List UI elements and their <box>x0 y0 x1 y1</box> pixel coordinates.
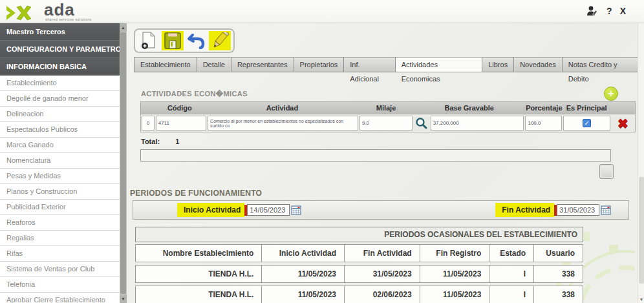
col-fin-registro: Fin Registro <box>420 245 489 262</box>
tab-actividades-economicas[interactable]: Actividades Economicas <box>396 57 482 72</box>
main-scrollbar[interactable]: ▼ <box>638 23 644 303</box>
undo-button[interactable] <box>186 31 208 50</box>
sidebar-item-delineacion[interactable]: Delineacion <box>0 107 127 122</box>
sidebar-item-degolle[interactable]: Degollé de ganado menor <box>0 91 127 107</box>
tab-notas-credito[interactable]: Notas Credito y Debito <box>563 57 644 72</box>
cell-usuario: 338 <box>533 266 583 282</box>
sidebar-item-reaforos[interactable]: Reaforos <box>0 215 127 231</box>
logo-tagline: shared services solutions <box>45 17 92 21</box>
fin-actividad-input[interactable] <box>557 204 599 216</box>
collapse-square-button[interactable] <box>599 164 614 179</box>
actividades-section-title: ACTIVIDADES ECON�MICAS <box>141 90 248 98</box>
col-actions <box>610 102 635 114</box>
main-content: Establecimiento Detalle Representantes P… <box>127 23 644 303</box>
calendar-icon[interactable] <box>291 205 301 215</box>
sidebar-item-espectaculos[interactable]: Espectaculos Publicos <box>0 122 127 138</box>
ocasionales-title: PERIODOS OCASIONALES DEL ESTABLECIMIENTO <box>135 227 583 242</box>
col-estado: Estado <box>489 245 533 262</box>
sidebar-item-rifas[interactable]: Rifas <box>0 246 127 262</box>
user-edit-icon[interactable] <box>586 5 599 17</box>
add-actividad-button[interactable]: + <box>604 87 618 101</box>
sidebar-item-ventas-club[interactable]: Sistema de Ventas por Club <box>0 262 127 277</box>
help-button[interactable]: ? <box>606 6 612 16</box>
tab-strip: Establecimiento Detalle Representantes P… <box>134 57 644 72</box>
sidebar: Maestro Terceros CONFIGURACION Y PARAMET… <box>0 23 127 303</box>
codigo-value: 4711 <box>156 116 206 131</box>
new-record-button[interactable] <box>138 31 160 50</box>
edit-pencil-icon <box>211 32 229 49</box>
cell-nombre: TIENDA H.L. <box>136 286 261 303</box>
tab-establecimiento[interactable]: Establecimiento <box>134 57 197 72</box>
sidebar-item-establecimiento[interactable]: Establecimiento <box>0 76 127 91</box>
cell-fin: 02/06/2023 <box>344 286 420 303</box>
col-nombre-establecimiento: Nombre Establecimiento <box>136 245 261 262</box>
periodos-bar: Inicio Actividad Fin Actividad <box>133 200 629 220</box>
cell-usuario: 338 <box>533 286 583 303</box>
table-row[interactable]: TIENDA H.L. 11/05/2023 31/05/2023 11/05/… <box>135 265 583 283</box>
col-base-gravable: Base Gravable <box>413 102 526 114</box>
inicio-actividad-input[interactable] <box>247 204 290 216</box>
sidebar-item-regalias[interactable]: Regalias <box>0 231 127 246</box>
tab-inf-adicional[interactable]: Inf. Adicional <box>344 57 395 72</box>
table-row[interactable]: TIENDA H.L. 11/05/2023 02/06/2023 11/05/… <box>135 286 583 303</box>
tab-novedades[interactable]: Novedades <box>514 57 563 72</box>
top-header: ada shared services solutions ? X <box>0 0 644 23</box>
base-gravable-value: 37,200,000 <box>431 116 524 131</box>
ocasionales-header-row: Nombre Establecimiento Inicio Actividad … <box>135 244 583 262</box>
ada-logo: ada shared services solutions <box>6 2 92 21</box>
cell-estado: I <box>489 266 533 282</box>
actividades-table-header: Código Actividad Milaje Base Gravable Po… <box>140 101 636 114</box>
cell-registro: 11/05/2023 <box>420 266 489 282</box>
tab-libros[interactable]: Libros <box>482 57 514 72</box>
sidebar-item-marca-ganado[interactable]: Marca Ganado <box>0 138 127 153</box>
tab-propietarios[interactable]: Propietarios <box>294 57 345 72</box>
calendar-icon[interactable] <box>601 205 611 215</box>
search-icon[interactable] <box>415 117 428 130</box>
col-codigo: Código <box>154 102 206 114</box>
sidebar-item-planos[interactable]: Planos y Construccion <box>0 184 127 200</box>
col-porcentaje: Porcentaje <box>525 102 563 114</box>
scroll-up-icon[interactable]: ▲ <box>120 23 127 32</box>
sidebar-section-configuracion[interactable]: CONFIGURACION Y PARAMETROS <box>0 41 127 58</box>
save-button[interactable] <box>162 31 184 50</box>
close-button[interactable]: X <box>620 6 626 16</box>
scroll-down-icon[interactable]: ▼ <box>120 295 127 303</box>
sidebar-section-maestro-terceros[interactable]: Maestro Terceros <box>0 23 127 41</box>
scroll-down-icon[interactable]: ▼ <box>638 297 644 302</box>
cell-inicio: 11/05/2023 <box>261 266 344 282</box>
col-fin-actividad: Fin Actividad <box>344 245 420 262</box>
cell-registro: 11/05/2023 <box>420 286 489 303</box>
es-principal-checkbox[interactable]: ✓ <box>583 119 591 127</box>
undo-icon <box>187 32 205 49</box>
sidebar-item-publicidad[interactable]: Publicidad Exterior <box>0 200 127 215</box>
sidebar-item-pesas-medidas[interactable]: Pesas y Medidas <box>0 169 127 184</box>
col-milaje: Milaje <box>359 102 413 114</box>
sidebar-section-informacion-basica[interactable]: INFORMACION BASICA <box>0 58 127 76</box>
sidebar-item-aprobar-cierre[interactable]: Aprobar Cierre Establecimiento <box>0 293 127 303</box>
cell-inicio: 11/05/2023 <box>261 286 344 303</box>
col-es-principal: Es Principal <box>563 102 610 114</box>
logo-text: ada <box>44 2 92 17</box>
empty-panel <box>140 149 611 162</box>
new-record-icon <box>140 32 157 50</box>
app-window: ada shared services solutions ? X Maestr… <box>0 0 644 303</box>
sidebar-scrollbar-thumb[interactable] <box>120 32 126 294</box>
cell-nombre: TIENDA H.L. <box>136 266 261 282</box>
tab-representantes[interactable]: Representantes <box>231 57 294 72</box>
cell-estado: I <box>489 286 533 303</box>
periodos-ocasionales-table: PERIODOS OCASIONALES DEL ESTABLECIMIENTO… <box>135 227 583 303</box>
row-number: 0 <box>142 116 155 131</box>
col-actividad: Actividad <box>206 102 359 114</box>
edit-button[interactable] <box>209 31 231 50</box>
col-usuario: Usuario <box>533 245 583 262</box>
main-scrollbar-thumb[interactable] <box>639 177 644 284</box>
sidebar-item-telefonia[interactable]: Telefonia <box>0 277 127 293</box>
actividades-table: Código Actividad Milaje Base Gravable Po… <box>140 101 636 132</box>
save-icon <box>164 32 181 49</box>
sidebar-item-nomenclatura[interactable]: Nomenclatura <box>0 153 127 169</box>
tab-detalle[interactable]: Detalle <box>197 57 231 72</box>
sidebar-scrollbar[interactable]: ▲ ▼ <box>120 23 127 303</box>
delete-icon[interactable]: ✖ <box>617 117 628 130</box>
cell-fin: 31/05/2023 <box>344 266 420 282</box>
es-principal-cell: ✓ <box>563 116 610 131</box>
